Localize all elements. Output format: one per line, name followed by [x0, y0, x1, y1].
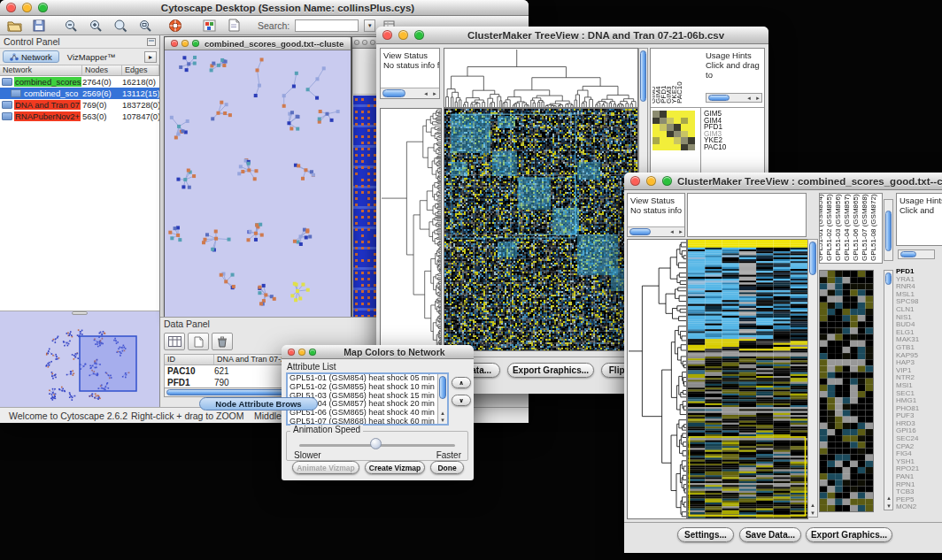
zoom-selected-icon[interactable] — [111, 18, 130, 34]
slider-thumb[interactable] — [370, 438, 382, 449]
heatmap-canvas[interactable] — [444, 108, 638, 351]
treeview2-button[interactable]: Settings... — [677, 527, 734, 542]
search-input[interactable] — [295, 19, 359, 32]
minimize-button[interactable] — [398, 30, 408, 40]
scroll-down-icon[interactable]: ▾ — [438, 417, 447, 424]
zoom-in-icon[interactable] — [86, 18, 105, 34]
node-attribute-browser-tab[interactable]: Node Attribute Brows — [199, 397, 318, 410]
zoom-button[interactable] — [662, 176, 672, 186]
scroll-thumb[interactable] — [382, 89, 405, 97]
network-row[interactable]: combined_sco 2569(6) 13112(15) — [0, 88, 159, 99]
dialog-button[interactable]: Create Vizmap — [365, 461, 425, 474]
zoom-vscrollbar[interactable]: ▴ ▾ — [884, 270, 893, 510]
network-item-icon — [2, 112, 12, 120]
scroll-up-icon[interactable]: ▴ — [808, 502, 817, 509]
tab-network[interactable]: Network — [3, 50, 59, 63]
zoom-button[interactable] — [192, 40, 199, 47]
tab-overflow-icon[interactable]: ▸ — [144, 51, 157, 63]
view-status-hscrollbar[interactable]: ◂ ▸ — [381, 88, 439, 98]
scroll-thumb[interactable] — [629, 228, 651, 235]
treeview2-button[interactable]: Save Data... — [739, 527, 801, 542]
scroll-right-icon[interactable]: ▸ — [430, 90, 439, 97]
minimize-button[interactable] — [22, 3, 32, 12]
gene-dendrogram-canvas[interactable] — [627, 239, 687, 519]
scroll-left-icon[interactable]: ◂ — [421, 90, 430, 97]
attribute-list-vscrollbar[interactable]: ▴ ▾ — [437, 374, 447, 424]
control-panel-header: Control Panel — [0, 35, 159, 49]
help-lifering-icon[interactable] — [166, 18, 185, 34]
network-overview-canvas[interactable] — [2, 317, 158, 405]
split-pane-grip[interactable] — [72, 311, 88, 315]
move-up-button[interactable]: ∧ — [452, 377, 471, 388]
scroll-thumb[interactable] — [900, 251, 916, 257]
zoom-fit-icon[interactable] — [135, 18, 155, 34]
open-session-icon[interactable] — [4, 18, 24, 34]
col-network[interactable]: Network — [0, 65, 82, 75]
zoom-button[interactable] — [309, 349, 316, 356]
scroll-thumb[interactable] — [885, 211, 892, 251]
close-button[interactable] — [382, 30, 392, 40]
new-attribute-icon[interactable] — [188, 333, 209, 350]
zoom-button[interactable] — [414, 30, 424, 40]
zoom-button[interactable] — [38, 3, 48, 12]
usage-hscrollbar[interactable] — [898, 249, 935, 259]
matrix-cell — [667, 118, 674, 125]
annotation-icon[interactable] — [224, 18, 243, 34]
move-down-button[interactable]: ∨ — [452, 395, 471, 406]
zoom-heatmap-canvas[interactable] — [819, 270, 874, 512]
scroll-thumb[interactable] — [809, 242, 816, 275]
dialog-button[interactable]: Animate Vizmap — [292, 461, 359, 474]
minimize-button[interactable] — [298, 349, 305, 356]
cluster-similarity-matrix[interactable] — [652, 111, 695, 150]
network-row[interactable]: combined_scores 2764(0) 16218(0) — [0, 76, 159, 88]
network-view-window: combined_scores_good.txt--cluste... — [164, 36, 351, 318]
select-attributes-icon[interactable] — [164, 333, 185, 350]
network-row[interactable]: DNA and Tran 07 769(0) 183728(0) — [0, 99, 159, 111]
scroll-down-icon[interactable]: ▾ — [808, 510, 817, 517]
col-id[interactable]: ID — [165, 355, 214, 364]
usage-hscrollbar[interactable]: ◂ ▸ — [706, 93, 762, 103]
col-nodes[interactable]: Nodes — [82, 65, 122, 75]
scroll-up-icon[interactable]: ▴ — [438, 410, 447, 417]
minimize-button[interactable] — [646, 176, 656, 186]
usage-hints-info: Click and — [900, 205, 934, 215]
heatmap-vscrollbar[interactable]: ▴ ▾ — [807, 239, 818, 518]
scroll-thumb[interactable] — [708, 95, 730, 101]
scroll-right-icon[interactable]: ▸ — [676, 228, 684, 235]
close-button[interactable] — [288, 349, 295, 356]
save-session-icon[interactable] — [29, 18, 49, 34]
treeview1-button[interactable]: Export Graphics... — [507, 363, 594, 378]
network-row[interactable]: RNAPuberNov2+ 563(0) 107847(0) — [0, 111, 159, 122]
scroll-right-icon[interactable]: ▸ — [753, 95, 762, 102]
vizmapper-icon[interactable] — [199, 18, 219, 34]
scroll-thumb[interactable] — [640, 50, 646, 102]
scroll-thumb[interactable] — [885, 272, 892, 285]
scroll-down-icon[interactable]: ▾ — [884, 502, 893, 510]
scroll-thumb[interactable] — [439, 376, 446, 399]
header-vscrollbar[interactable] — [884, 199, 893, 261]
dialog-titlebar: Map Colors to Network — [282, 345, 474, 359]
column-dendrogram-canvas[interactable] — [444, 48, 638, 108]
scroll-left-icon[interactable]: ◂ — [745, 95, 753, 102]
zoom-out-icon[interactable] — [61, 18, 81, 34]
view-status-info: No status info f — [630, 205, 685, 215]
gene-name[interactable]: MON2 — [896, 503, 942, 511]
float-panel-icon[interactable] — [147, 38, 156, 46]
close-button[interactable] — [6, 3, 16, 12]
dialog-button[interactable]: Done — [430, 461, 464, 474]
network-view-canvas[interactable] — [165, 50, 351, 318]
search-dropdown-icon[interactable]: ▾ — [364, 19, 375, 32]
scroll-left-icon[interactable]: ◂ — [668, 228, 676, 235]
close-button[interactable] — [630, 176, 640, 186]
treeview2-button[interactable]: Export Graphics... — [806, 527, 892, 542]
gene-dendrogram-canvas[interactable] — [380, 108, 442, 351]
close-button[interactable] — [171, 40, 178, 47]
tab-vizmapper[interactable]: VizMapper™ — [61, 50, 122, 63]
heatmap-canvas[interactable] — [687, 239, 808, 519]
network-item-icon — [11, 89, 21, 97]
delete-attribute-icon[interactable] — [212, 333, 233, 350]
view-status-hscrollbar[interactable]: ◂ ▸ — [628, 226, 684, 236]
scroll-up-icon[interactable]: ▴ — [884, 495, 893, 502]
col-edges[interactable]: Edges — [122, 65, 159, 75]
minimize-button[interactable] — [181, 40, 189, 47]
